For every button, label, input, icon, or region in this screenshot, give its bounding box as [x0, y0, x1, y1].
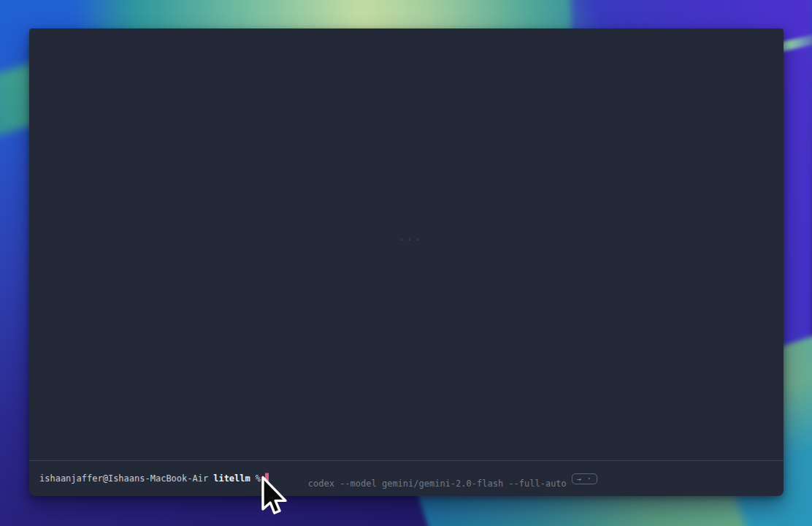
autosuggest-hint-pill: → ·: [572, 473, 597, 484]
autosuggestion-text: codex --model gemini/gemini-2.0-flash --…: [308, 479, 567, 489]
terminal-output-area: ···: [29, 28, 784, 460]
prompt-user-host: ishaanjaffer@Ishaans-MacBook-Air: [39, 473, 208, 484]
mouse-pointer-arrow: [261, 476, 288, 518]
terminal-prompt-row[interactable]: ishaanjaffer@Ishaans-MacBook-Air litellm…: [29, 460, 784, 496]
prompt-directory: litellm: [213, 473, 250, 484]
terminal-window[interactable]: ··· ishaanjaffer@Ishaans-MacBook-Air lit…: [29, 28, 784, 496]
prompt-symbol: %: [256, 473, 261, 484]
desktop-wallpaper: ··· ishaanjaffer@Ishaans-MacBook-Air lit…: [0, 0, 812, 526]
command-input[interactable]: codex --model gemini/gemini-2.0-flash --…: [266, 458, 567, 499]
terminal-faint-ellipsis: ···: [399, 234, 422, 245]
right-arrow-icon: → ·: [577, 474, 592, 484]
